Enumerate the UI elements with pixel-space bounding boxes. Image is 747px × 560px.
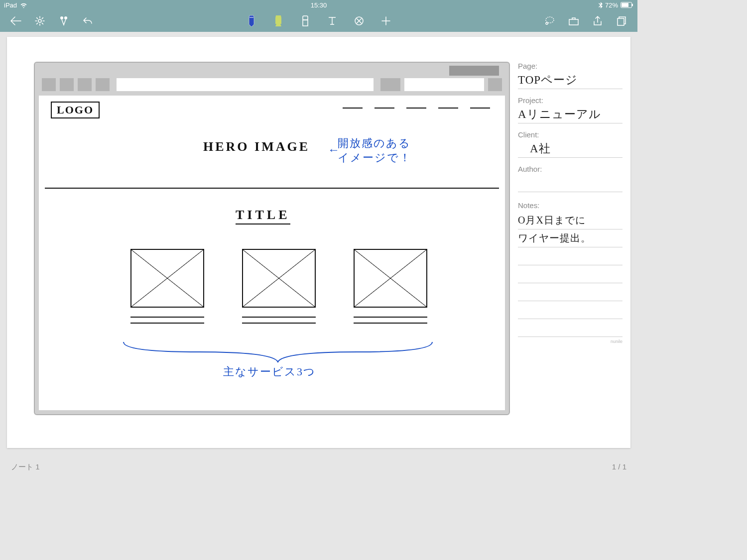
notes-line[interactable]: O月X日までに xyxy=(518,212,622,229)
app-toolbar xyxy=(0,10,637,32)
metadata-panel: Page: TOPページ Project: Aリニューアル Client: A社… xyxy=(518,37,630,448)
notes-line[interactable] xyxy=(518,283,622,301)
project-field[interactable]: Aリニューアル xyxy=(518,107,622,123)
project-label: Project: xyxy=(518,96,622,105)
add-tool[interactable] xyxy=(380,15,392,27)
svg-rect-10 xyxy=(569,19,578,25)
svg-point-8 xyxy=(546,17,554,23)
device-label: iPad xyxy=(4,1,17,9)
notes-line[interactable]: ワイヤー提出。 xyxy=(518,229,622,247)
divider xyxy=(45,188,499,189)
wifi-icon xyxy=(20,2,27,8)
shape-tool[interactable] xyxy=(353,15,365,27)
client-label: Client: xyxy=(518,130,622,139)
back-button[interactable] xyxy=(10,15,22,27)
page-area: LOGO HERO IMAGE ← 開放感のある イメージで！ TITLE xyxy=(0,32,637,478)
notes-line[interactable] xyxy=(518,301,622,319)
status-bar: iPad 15:30 72% xyxy=(0,0,637,10)
services-annotation: 主なサービス3つ xyxy=(223,364,316,379)
settings-button[interactable] xyxy=(34,15,46,27)
pages-button[interactable] xyxy=(616,15,627,27)
svg-point-5 xyxy=(64,16,67,19)
library-button[interactable] xyxy=(568,15,580,27)
wireframe-content: LOGO HERO IMAGE ← 開放感のある イメージで！ TITLE xyxy=(39,96,505,410)
image-placeholder xyxy=(130,249,204,308)
image-placeholder xyxy=(354,249,427,308)
note-name: ノート 1 xyxy=(11,462,40,472)
paper[interactable]: LOGO HERO IMAGE ← 開放感のある イメージで！ TITLE xyxy=(7,37,630,448)
author-label: Author: xyxy=(518,165,622,173)
svg-rect-2 xyxy=(632,4,633,6)
highlighter-tool[interactable] xyxy=(272,15,284,27)
page-counter: 1 / 1 xyxy=(612,462,626,472)
lasso-button[interactable] xyxy=(544,15,556,27)
notes-label: Notes: xyxy=(518,201,622,210)
tools-button[interactable] xyxy=(58,15,70,27)
share-button[interactable] xyxy=(592,15,604,27)
client-field[interactable]: A社 xyxy=(518,141,622,158)
bluetooth-icon xyxy=(599,2,603,8)
logo-placeholder: LOGO xyxy=(51,102,100,118)
svg-point-9 xyxy=(546,22,548,24)
card-row xyxy=(130,249,427,329)
nav-placeholder xyxy=(343,108,490,109)
text-tool[interactable] xyxy=(326,15,338,27)
hero-label: HERO IMAGE xyxy=(203,139,310,154)
svg-rect-6 xyxy=(303,16,308,20)
svg-rect-1 xyxy=(622,3,628,7)
browser-wireframe: LOGO HERO IMAGE ← 開放感のある イメージで！ TITLE xyxy=(34,62,510,415)
notes-line[interactable] xyxy=(518,319,622,337)
footer: ノート 1 1 / 1 xyxy=(11,462,626,472)
battery-percent: 72% xyxy=(605,1,618,9)
svg-point-3 xyxy=(38,19,41,22)
pen-tool[interactable] xyxy=(246,15,257,27)
image-placeholder xyxy=(242,249,316,308)
page-label: Page: xyxy=(518,62,622,70)
notes-line[interactable] xyxy=(518,247,622,265)
eraser-tool[interactable] xyxy=(299,15,311,27)
svg-rect-11 xyxy=(618,18,624,25)
canvas[interactable]: LOGO HERO IMAGE ← 開放感のある イメージで！ TITLE xyxy=(7,37,518,448)
hero-annotation: 開放感のある イメージで！ xyxy=(338,136,411,165)
notes-line[interactable] xyxy=(518,265,622,283)
author-field[interactable] xyxy=(518,175,622,192)
brace-annotation xyxy=(119,339,437,364)
clock: 15:30 xyxy=(311,1,327,9)
svg-point-4 xyxy=(60,16,63,19)
page-field[interactable]: TOPページ xyxy=(518,72,622,89)
title-label: TITLE xyxy=(236,208,290,224)
battery-icon xyxy=(621,2,633,8)
undo-button[interactable] xyxy=(82,15,94,27)
template-credit: nunile xyxy=(518,339,622,344)
